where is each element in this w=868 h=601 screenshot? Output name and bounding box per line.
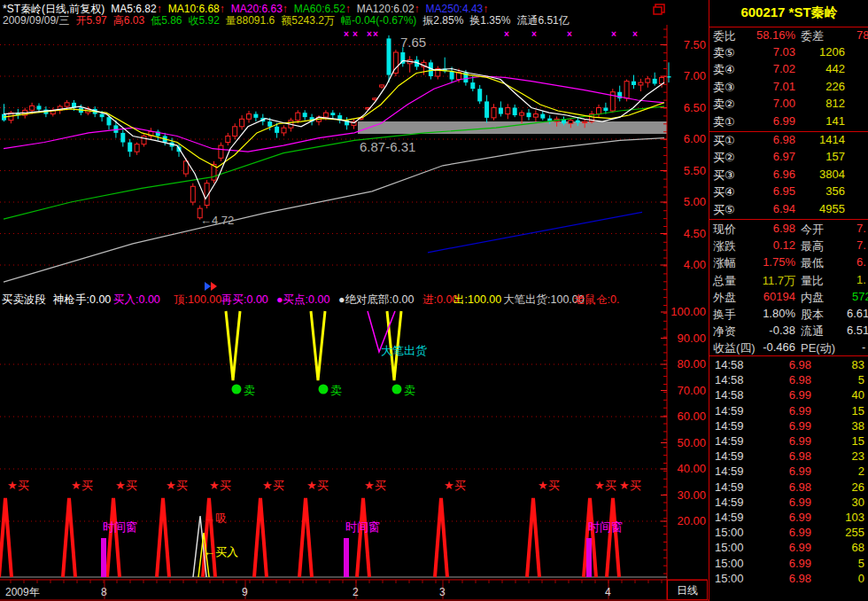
ask-row-1[interactable]: 卖①6.99141 [709, 114, 868, 131]
indicator-axis-label: 60.00 [677, 410, 706, 423]
tick-volume: 103 [818, 511, 864, 524]
indicator-axis-label: 90.00 [677, 332, 706, 345]
time-window-bar [101, 538, 106, 577]
info-value2: - [862, 340, 865, 354]
ask-label: 卖⑤ [713, 45, 735, 61]
quote-info-row-3: 总量11.7万量比1. [709, 273, 868, 290]
buy-spike [527, 498, 539, 577]
sell-spike [226, 311, 240, 380]
date-label[interactable]: 2009年 [5, 586, 40, 598]
tick-price: 6.99 [758, 526, 811, 539]
page-forward-icon[interactable] [211, 282, 217, 291]
period-tab-daily[interactable]: 日线 [667, 580, 708, 600]
info-value2: 572 [852, 290, 868, 303]
distribution-label: 大笔出货 [381, 344, 427, 357]
candle-down [576, 121, 580, 123]
ask-price: 6.99 [742, 114, 795, 128]
date-label[interactable]: 3 [439, 586, 446, 598]
info-value2: 6. [856, 255, 866, 269]
indicator-param-1: 神枪手:0.00 [53, 293, 111, 308]
price-axis-label: 6.00 [684, 132, 706, 145]
page-forward-icon[interactable] [205, 282, 211, 291]
bid-price: 6.94 [742, 202, 795, 215]
ask-volume: 141 [798, 114, 845, 128]
tick-time: 14:59 [715, 511, 744, 524]
tick-price: 6.98 [758, 373, 811, 386]
date-label[interactable]: 2 [353, 586, 359, 598]
info-value: 0.12 [742, 238, 795, 252]
candle-up [240, 119, 244, 127]
info-label2: PE(动) [801, 340, 835, 356]
candle-up [282, 128, 286, 133]
candle-up [233, 127, 237, 137]
tick-volume: 26 [818, 480, 864, 494]
date-label[interactable]: 9 [242, 586, 248, 598]
bid-price: 6.96 [742, 168, 795, 181]
ask-label: 卖① [713, 114, 735, 130]
bid-row-4[interactable]: 买④6.95356 [709, 184, 868, 201]
ask-row-4[interactable]: 卖④7.02442 [709, 62, 868, 79]
buy-spike [107, 498, 120, 577]
bid-row-2[interactable]: 买②6.97157 [709, 150, 868, 167]
tick-price: 6.99 [758, 496, 811, 509]
candle-up [506, 108, 510, 114]
info-label: 现价 [713, 222, 736, 238]
ask-volume: 226 [798, 80, 845, 93]
indicator-axis-label: 30.00 [677, 488, 706, 502]
tick-price: 6.98 [758, 572, 811, 585]
bid-price: 6.97 [742, 150, 795, 163]
candle-down [107, 117, 112, 125]
weibi-row: 委比58.16%委差78 [709, 28, 868, 45]
tick-volume: 23 [818, 449, 864, 463]
absorb-label: ←吸 [204, 511, 227, 525]
indicator-param-3: 顶:100.00 [174, 293, 221, 308]
sell-marker-label: 卖 [330, 384, 342, 397]
date-label[interactable]: 8 [101, 586, 107, 598]
date-label[interactable]: 4 [605, 586, 611, 598]
quote-info-row-2: 涨幅1.75%最低6. [709, 255, 868, 272]
ask-row-3[interactable]: 卖③7.01226 [709, 80, 868, 97]
candle-down [499, 108, 503, 114]
indicator-axis-label: 20.00 [677, 514, 706, 527]
tick-time: 14:58 [715, 358, 744, 371]
tick-time: 14:59 [715, 419, 744, 433]
buy-spike [435, 498, 447, 577]
candle-up [380, 85, 384, 87]
indicator-param-6: ●绝对底部:0.00 [338, 293, 414, 308]
bid-price: 6.95 [742, 184, 795, 198]
tick-time: 14:59 [715, 434, 744, 448]
tick-time: 14:58 [715, 388, 744, 402]
ask-price: 7.01 [742, 80, 795, 93]
tick-price: 6.99 [758, 511, 811, 524]
tick-row: 15:006.9968 [709, 541, 868, 558]
price-axis-label: 6.50 [684, 101, 706, 114]
time-window-label: 时间窗 [588, 520, 623, 534]
tick-row: 14:586.985 [709, 373, 868, 390]
tick-row: 14:596.9826 [709, 480, 868, 497]
bid-row-1[interactable]: 买①6.981414 [709, 133, 868, 150]
candle-down [632, 82, 636, 85]
ask-row-5[interactable]: 卖⑤7.031206 [709, 45, 868, 62]
bid-row-3[interactable]: 买③6.963804 [709, 168, 868, 184]
candle-up [190, 186, 195, 202]
buy-star-label: ★买 [262, 479, 284, 492]
ask-row-2[interactable]: 卖②7.00812 [709, 97, 868, 113]
info-label2: 最低 [801, 255, 824, 271]
candle-up [492, 108, 496, 118]
candle-down [540, 114, 545, 119]
buy-spike [157, 498, 169, 577]
suspension-band [358, 121, 667, 134]
info-value: 11.7万 [742, 273, 795, 289]
tick-volume: 0 [818, 572, 864, 585]
tick-volume: 40 [818, 388, 864, 402]
bid-row-5[interactable]: 买⑤6.944955 [709, 202, 868, 219]
tick-price: 6.99 [758, 434, 811, 448]
panel-separator [709, 219, 868, 220]
candle-up [65, 103, 69, 106]
candle-up [219, 145, 223, 158]
buy-star-label: ★买 [209, 479, 231, 492]
sell-x-mark: × [531, 29, 537, 39]
candle-up [583, 121, 587, 123]
candle-up [597, 108, 601, 114]
candle-down [37, 105, 42, 109]
